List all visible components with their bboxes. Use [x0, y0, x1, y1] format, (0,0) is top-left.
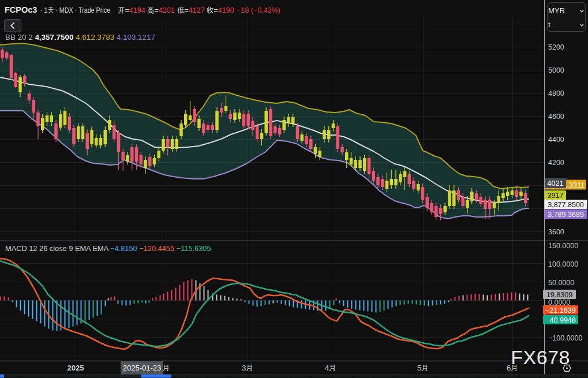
svg-text:3月: 3月 — [242, 364, 253, 372]
svg-text:4021: 4021 — [548, 179, 564, 188]
svg-text:3,877.8500: 3,877.8500 — [548, 201, 584, 209]
svg-text:−100.0000: −100.0000 — [548, 334, 582, 342]
svg-text:4800: 4800 — [548, 89, 564, 98]
svg-text:FCPOc3: FCPOc3 — [5, 5, 37, 14]
svg-text:t: t — [548, 20, 550, 29]
svg-text:2025: 2025 — [68, 364, 84, 372]
svg-text:4600: 4600 — [548, 113, 564, 121]
svg-text:19.8309: 19.8309 — [546, 291, 572, 299]
svg-text:MYR: MYR — [548, 6, 565, 15]
svg-text:FX678: FX678 — [511, 346, 570, 368]
svg-text:0.0000: 0.0000 — [548, 298, 570, 306]
svg-text:3,789.3689: 3,789.3689 — [548, 211, 584, 219]
svg-text:低=4127: 低=4127 — [177, 6, 205, 14]
svg-text:MACD 12 26 close 9 EMA EMA −4: MACD 12 26 close 9 EMA EMA −4.8150 −120.… — [5, 244, 211, 253]
svg-text:50.0000: 50.0000 — [548, 279, 574, 287]
svg-text:−18 (−0.43%): −18 (−0.43%) — [237, 6, 280, 14]
svg-text:4200: 4200 — [548, 159, 564, 167]
svg-text:2025-01-23: 2025-01-23 — [123, 364, 162, 372]
svg-text:3600: 3600 — [548, 228, 564, 236]
svg-text:月: 月 — [163, 364, 170, 372]
svg-text:BB 20 2 4,357.7500 4,612.3783: BB 20 2 4,357.7500 4,612.3783 4,103.1217 — [5, 33, 155, 42]
svg-text:−40.9948: −40.9948 — [545, 316, 576, 324]
svg-text:高=4201: 高=4201 — [147, 6, 175, 14]
svg-text:4400: 4400 — [548, 136, 564, 144]
svg-text:−21.1639: −21.1639 — [545, 306, 576, 315]
svg-text:4月: 4月 — [325, 364, 336, 372]
svg-text:5200: 5200 — [548, 43, 564, 51]
svg-text:100.0000: 100.0000 — [548, 260, 578, 268]
svg-text:150.0000: 150.0000 — [548, 242, 578, 250]
svg-text:3917: 3917 — [548, 192, 564, 200]
svg-text:收=4190: 收=4190 — [207, 6, 234, 14]
svg-text:5月: 5月 — [417, 364, 429, 372]
svg-text:· 1天 · MDX · Trade Price: · 1天 · MDX · Trade Price — [40, 6, 110, 14]
svg-text:开=4194: 开=4194 — [118, 6, 145, 14]
svg-text:5000: 5000 — [548, 66, 564, 74]
